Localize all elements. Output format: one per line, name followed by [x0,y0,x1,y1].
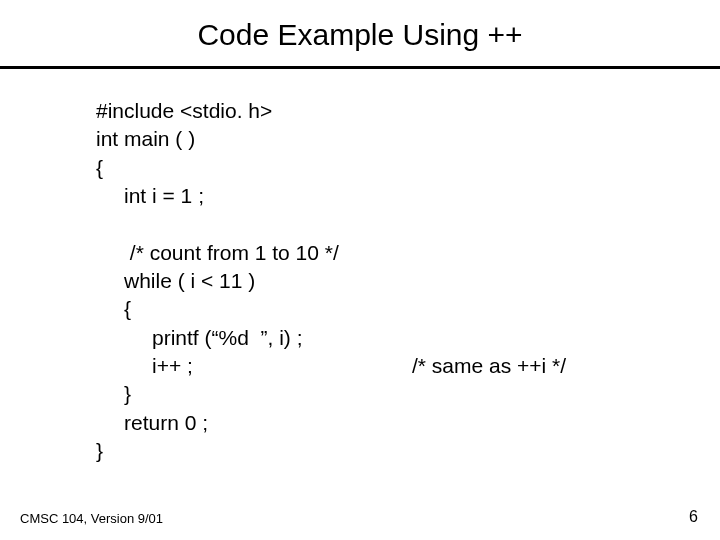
code-line: i++ ; /* same as ++i */ [96,352,720,380]
code-line: #include <stdio. h> [96,97,720,125]
code-text: i++ ; [152,352,412,380]
slide-title: Code Example Using ++ [0,18,720,52]
horizontal-rule [0,66,720,69]
code-block: #include <stdio. h> int main ( ) { int i… [96,97,720,465]
code-line: while ( i < 11 ) [96,267,720,295]
code-comment: /* same as ++i */ [412,352,566,380]
code-line: int main ( ) [96,125,720,153]
code-line: } [96,437,720,465]
code-blank [96,210,720,238]
code-line: } [96,380,720,408]
code-line: printf (“%d ”, i) ; [96,324,720,352]
code-line: int i = 1 ; [96,182,720,210]
code-line: { [96,295,720,323]
code-line: return 0 ; [96,409,720,437]
footer-course: CMSC 104, Version 9/01 [20,511,163,526]
code-line: { [96,154,720,182]
page-number: 6 [689,508,698,526]
code-line: /* count from 1 to 10 */ [96,239,720,267]
